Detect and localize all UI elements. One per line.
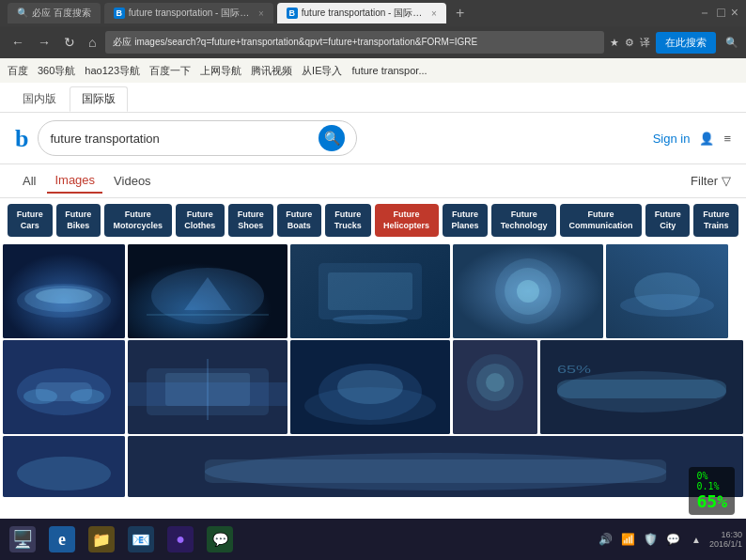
- translate-icon[interactable]: 译: [640, 36, 650, 50]
- taskbar-item-folder[interactable]: 📁: [83, 522, 120, 556]
- pill-future-trucks[interactable]: Future Trucks: [325, 204, 371, 237]
- nav-videos[interactable]: Videos: [106, 169, 159, 193]
- time-display: 16:30 2016/1/1: [709, 530, 742, 549]
- taskbar-right: 🔊 📶 🛡️ 💬 ▲ 16:30 2016/1/1: [597, 530, 742, 549]
- bookmark-360[interactable]: 360导航: [38, 64, 75, 78]
- home-button[interactable]: ⌂: [85, 33, 100, 52]
- image-cell-11[interactable]: [3, 436, 125, 497]
- bookmark-icon[interactable]: ★: [610, 37, 619, 49]
- bookmarks-bar: 百度 360导航 hao123导航 百度一下 上网导航 腾讯视频 从IE导入 f…: [0, 58, 746, 83]
- pill-future-boats[interactable]: Future Boats: [277, 204, 322, 237]
- ie-icon: e: [58, 530, 66, 550]
- window-controls: － □ ×: [698, 5, 738, 22]
- search-submit-button[interactable]: 🔍: [319, 125, 345, 151]
- maximize-icon[interactable]: □: [717, 5, 724, 22]
- filter-icon: ▽: [722, 174, 731, 188]
- bing-inner-tabs: 国内版 国际版: [0, 83, 746, 113]
- progress-value: 65%: [696, 491, 727, 511]
- pill-future-planes[interactable]: Future Planes: [443, 204, 489, 237]
- image-cell-12[interactable]: [128, 436, 743, 497]
- filter-button[interactable]: Filter ▽: [691, 174, 731, 188]
- search-input[interactable]: [50, 132, 319, 146]
- tab-close-3[interactable]: ×: [431, 8, 437, 19]
- progress-line1: 0%: [696, 471, 727, 481]
- taskbar-item-email[interactable]: 📧: [122, 522, 160, 556]
- taskbar-sys-3[interactable]: 🛡️: [642, 530, 661, 549]
- date-text: 2016/1/1: [709, 539, 742, 549]
- minimize-icon[interactable]: －: [698, 5, 711, 22]
- bookmark-future[interactable]: future transpor...: [351, 65, 427, 76]
- image-cell-7[interactable]: [128, 340, 288, 434]
- tab-icon-2: B: [114, 8, 125, 19]
- taskbar-sys-2[interactable]: 📶: [619, 530, 638, 549]
- image-cell-4[interactable]: [453, 244, 603, 338]
- browser-tab-1[interactable]: 🔍 必应 百度搜索: [8, 3, 101, 23]
- taskbar-item-app1[interactable]: ●: [162, 522, 199, 556]
- svg-rect-10: [328, 272, 412, 310]
- pill-future-motorcycles[interactable]: Future Motorcycles: [104, 204, 172, 237]
- search-box[interactable]: 🔍: [38, 120, 357, 156]
- tab-close-2[interactable]: ×: [258, 8, 264, 19]
- svg-rect-39: [557, 380, 726, 398]
- settings-icon[interactable]: ⚙: [625, 37, 634, 49]
- bookmark-ie-import[interactable]: 从IE导入: [302, 64, 342, 78]
- svg-point-11: [333, 315, 408, 324]
- pill-future-city[interactable]: Future City: [645, 204, 691, 237]
- time-text: 16:30: [709, 530, 742, 539]
- bookmark-hao123[interactable]: hao123导航: [85, 64, 140, 78]
- back-button[interactable]: ←: [8, 33, 28, 52]
- header-right: Sign in 👤 ≡: [653, 132, 731, 146]
- svg-point-36: [486, 373, 505, 392]
- nav-all[interactable]: All: [15, 169, 43, 193]
- tab-label-2: future transportation - 国际版 Bing...: [129, 7, 251, 20]
- tab-label-3: future transportation - 国际版 B...: [302, 7, 424, 20]
- pill-future-trains[interactable]: Future Trains: [693, 204, 738, 237]
- sign-in-link[interactable]: Sign in: [653, 132, 691, 146]
- forward-button[interactable]: →: [34, 33, 54, 52]
- refresh-button[interactable]: ↻: [60, 33, 79, 52]
- app1-icon: ●: [176, 531, 185, 548]
- search-nav: All Images Videos Filter ▽: [0, 164, 746, 198]
- taskbar-item-monitor[interactable]: 🖥️: [4, 522, 41, 556]
- taskbar-item-ie[interactable]: e: [43, 522, 81, 556]
- image-cell-9[interactable]: [453, 340, 537, 434]
- image-cell-2[interactable]: [128, 244, 288, 338]
- svg-point-18: [634, 272, 700, 310]
- svg-point-15: [517, 280, 539, 303]
- pill-future-technology[interactable]: Future Technology: [491, 204, 556, 237]
- filter-label: Filter: [691, 174, 718, 188]
- taskbar-sys-1[interactable]: 🔊: [597, 530, 615, 549]
- pill-future-shoes[interactable]: Future Shoes: [228, 204, 273, 237]
- image-cell-3[interactable]: [290, 244, 450, 338]
- bookmark-baiduyixia[interactable]: 百度一下: [149, 64, 191, 78]
- pill-future-bikes[interactable]: Future Bikes: [56, 204, 101, 237]
- pill-future-helicopters[interactable]: Future Helicopters: [375, 204, 439, 237]
- image-cell-5[interactable]: [606, 244, 728, 338]
- monitor-icon: 🖥️: [12, 529, 33, 550]
- inner-tab-international[interactable]: 国际版: [70, 86, 128, 112]
- pill-future-clothes[interactable]: Future Clothes: [176, 204, 225, 237]
- image-cell-6[interactable]: [3, 340, 125, 434]
- menu-icon[interactable]: ≡: [723, 132, 731, 146]
- address-bar[interactable]: 必应 images/search?q=future+transportation…: [105, 31, 604, 54]
- taskbar-sys-5[interactable]: ▲: [687, 530, 706, 549]
- browser-tab-3[interactable]: B future transportation - 国际版 B... ×: [277, 3, 446, 23]
- image-cell-8[interactable]: [290, 340, 450, 434]
- image-grid-row-1: [0, 242, 746, 340]
- browser-chrome: 🔍 必应 百度搜索 B future transportation - 国际版 …: [0, 0, 746, 83]
- taskbar-sys-4[interactable]: 💬: [664, 530, 683, 549]
- bookmark-tengxun[interactable]: 腾讯视频: [251, 64, 292, 78]
- nav-images[interactable]: Images: [47, 168, 102, 194]
- browser-tab-2[interactable]: B future transportation - 国际版 Bing... ×: [104, 3, 273, 23]
- search-button-nav[interactable]: 在此搜索: [656, 32, 716, 54]
- inner-tab-domestic[interactable]: 国内版: [11, 87, 68, 111]
- new-tab-button[interactable]: +: [450, 3, 471, 23]
- image-cell-1[interactable]: [3, 244, 125, 338]
- pill-future-cars[interactable]: Future Cars: [8, 204, 53, 237]
- taskbar-item-app2[interactable]: 💬: [201, 522, 239, 556]
- bookmark-shangwang[interactable]: 上网导航: [200, 64, 241, 78]
- bookmark-baidu[interactable]: 百度: [8, 64, 28, 78]
- image-cell-10[interactable]: 65%: [540, 340, 743, 434]
- pill-future-communication[interactable]: Future Communication: [560, 204, 642, 237]
- close-icon[interactable]: ×: [731, 5, 738, 22]
